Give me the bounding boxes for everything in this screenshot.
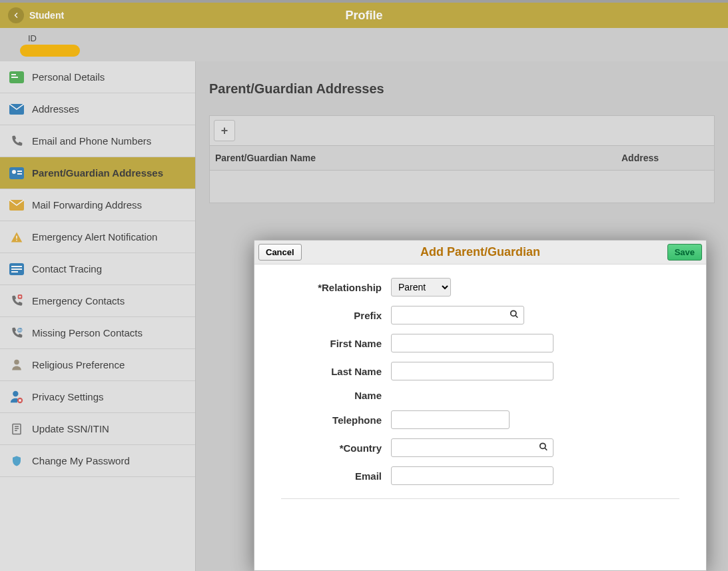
person-icon bbox=[8, 358, 25, 372]
svg-point-5 bbox=[12, 170, 16, 174]
sidebar-item-personal-details[interactable]: Personal Details bbox=[0, 61, 195, 93]
sidebar-item-label: Update SSN/ITIN bbox=[32, 423, 109, 434]
label-telephone: Telephone bbox=[274, 414, 391, 426]
sidebar-item-mail-forwarding[interactable]: Mail Forwarding Address bbox=[0, 189, 195, 221]
sidebar-item-label: Personal Details bbox=[32, 71, 105, 83]
label-relationship: *Relationship bbox=[274, 282, 391, 293]
sidebar-item-label: Mail Forwarding Address bbox=[32, 199, 142, 211]
id-label: ID bbox=[28, 33, 708, 43]
plus-icon: + bbox=[221, 124, 228, 138]
form-icon bbox=[8, 422, 25, 436]
alert-icon bbox=[8, 230, 25, 245]
sidebar-item-label: Contact Tracing bbox=[32, 263, 102, 275]
id-value-redacted bbox=[20, 45, 80, 57]
sidebar-item-label: Missing Person Contacts bbox=[32, 327, 143, 338]
table-body-empty bbox=[210, 171, 714, 203]
table-header: Parent/Guardian Name Address bbox=[210, 146, 714, 171]
svg-rect-1 bbox=[11, 74, 16, 75]
id-icon bbox=[8, 166, 25, 181]
sidebar-item-ssn[interactable]: Update SSN/ITIN bbox=[0, 413, 195, 445]
cancel-button[interactable]: Cancel bbox=[258, 244, 302, 261]
svg-rect-10 bbox=[16, 239, 17, 241]
svg-rect-9 bbox=[16, 235, 17, 239]
svg-point-18 bbox=[13, 390, 18, 396]
sidebar-item-label: Email and Phone Numbers bbox=[32, 135, 151, 147]
sidebar-item-label: Emergency Contacts bbox=[32, 295, 125, 306]
svg-rect-13 bbox=[11, 269, 22, 270]
sidebar-item-parent-guardian[interactable]: Parent/Guardian Addresses bbox=[0, 157, 195, 189]
search-icon[interactable] bbox=[510, 310, 519, 321]
back-label[interactable]: Student bbox=[29, 10, 64, 21]
sidebar: Personal Details Addresses Email and Pho… bbox=[0, 61, 196, 571]
search-icon[interactable] bbox=[539, 442, 548, 454]
svg-text:@: @ bbox=[17, 326, 23, 333]
svg-rect-20 bbox=[19, 399, 21, 401]
sidebar-item-label: Emergency Alert Notification bbox=[32, 231, 157, 243]
prefix-input[interactable] bbox=[391, 306, 524, 324]
table-container: + Parent/Guardian Name Address bbox=[209, 115, 715, 203]
sidebar-item-religious[interactable]: Religious Preference bbox=[0, 349, 195, 381]
label-prefix: Prefix bbox=[274, 310, 391, 321]
sidebar-item-contact-tracing[interactable]: Contact Tracing bbox=[0, 253, 195, 285]
country-input[interactable] bbox=[391, 438, 553, 457]
id-icon bbox=[8, 262, 25, 277]
svg-rect-6 bbox=[17, 171, 22, 172]
sidebar-item-emergency-contacts[interactable]: Emergency Contacts bbox=[0, 285, 195, 317]
sidebar-item-password[interactable]: Change My Password bbox=[0, 445, 195, 477]
add-parent-modal: Cancel Add Parent/Guardian Save *Relatio… bbox=[254, 240, 707, 571]
shield-icon bbox=[8, 454, 25, 468]
sidebar-item-missing-person[interactable]: @ Missing Person Contacts bbox=[0, 317, 195, 349]
label-first-name: First Name bbox=[274, 338, 391, 349]
svg-rect-12 bbox=[11, 266, 22, 267]
phone-at-icon: @ bbox=[8, 326, 25, 340]
last-name-input[interactable] bbox=[391, 362, 553, 380]
modal-title: Add Parent/Guardian bbox=[420, 245, 540, 259]
svg-point-23 bbox=[540, 443, 546, 448]
modal-header: Cancel Add Parent/Guardian Save bbox=[254, 241, 706, 265]
svg-rect-2 bbox=[11, 77, 18, 78]
svg-point-22 bbox=[511, 310, 516, 316]
envelope-icon bbox=[8, 198, 25, 213]
sidebar-item-label: Religious Preference bbox=[32, 359, 125, 370]
page-title: Profile bbox=[345, 9, 382, 23]
modal-divider bbox=[281, 498, 679, 499]
sidebar-item-label: Privacy Settings bbox=[32, 391, 104, 402]
back-button[interactable] bbox=[8, 7, 24, 23]
sidebar-item-emergency-alert[interactable]: Emergency Alert Notification bbox=[0, 221, 195, 253]
column-header-name[interactable]: Parent/Guardian Name bbox=[210, 146, 616, 170]
label-last-name: Last Name bbox=[274, 366, 391, 377]
header-bar: Student Profile bbox=[0, 3, 728, 28]
label-name: Name bbox=[274, 390, 391, 401]
add-button[interactable]: + bbox=[214, 120, 235, 141]
sidebar-item-label: Addresses bbox=[32, 103, 79, 115]
sidebar-item-label: Change My Password bbox=[32, 455, 130, 466]
chevron-left-icon bbox=[12, 11, 20, 19]
label-country: *Country bbox=[274, 442, 391, 454]
sidebar-item-privacy[interactable]: Privacy Settings bbox=[0, 381, 195, 413]
phone-plus-icon bbox=[8, 294, 25, 308]
person-lock-icon bbox=[8, 390, 25, 404]
save-button[interactable]: Save bbox=[667, 244, 702, 261]
id-bar: ID bbox=[0, 28, 728, 61]
svg-rect-14 bbox=[11, 271, 18, 273]
sidebar-item-label: Parent/Guardian Addresses bbox=[32, 167, 163, 179]
svg-rect-7 bbox=[17, 173, 22, 175]
first-name-input[interactable] bbox=[391, 334, 553, 352]
content-heading: Parent/Guardian Addresses bbox=[209, 81, 715, 97]
svg-point-17 bbox=[14, 359, 19, 364]
phone-icon bbox=[8, 134, 25, 149]
relationship-select[interactable]: Parent bbox=[391, 278, 451, 296]
telephone-input[interactable] bbox=[391, 410, 510, 429]
sidebar-item-addresses[interactable]: Addresses bbox=[0, 93, 195, 125]
column-header-address[interactable]: Address bbox=[616, 146, 714, 170]
email-input[interactable] bbox=[391, 466, 553, 485]
label-email: Email bbox=[274, 470, 391, 482]
mail-icon bbox=[8, 102, 25, 117]
card-icon bbox=[8, 70, 25, 85]
sidebar-item-email-phone[interactable]: Email and Phone Numbers bbox=[0, 125, 195, 157]
